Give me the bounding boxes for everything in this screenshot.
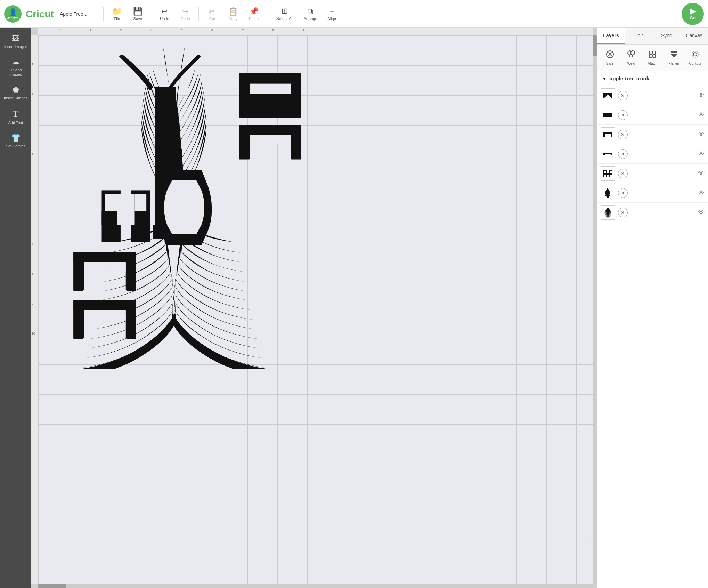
tab-canvas[interactable]: Canvas bbox=[680, 28, 708, 44]
redo-button[interactable]: ↪ Redo bbox=[176, 5, 195, 23]
svg-rect-22 bbox=[73, 252, 83, 291]
attach-tool[interactable]: Attach bbox=[643, 48, 661, 67]
tab-layers[interactable]: Layers bbox=[597, 28, 625, 44]
flatten-tool[interactable]: Flatten bbox=[665, 48, 683, 67]
tab-edit[interactable]: Edit bbox=[625, 28, 653, 44]
layer-visibility-4[interactable]: 👁 bbox=[698, 150, 705, 158]
layer-delete-1[interactable]: ✕ bbox=[618, 91, 628, 100]
contour-tool[interactable]: Contour bbox=[686, 48, 704, 67]
weld-tool[interactable]: Weld bbox=[622, 48, 640, 67]
svg-rect-37 bbox=[649, 55, 652, 57]
sidebar-item-upload-images[interactable]: ☁ Upload Images bbox=[1, 54, 30, 80]
sidebar-item-insert-shapes[interactable]: ⬟ Insert Shapes bbox=[1, 82, 30, 104]
layer-thumbnail-2 bbox=[601, 108, 615, 122]
left-sidebar: 🖼 Insert Images ☁ Upload Images ⬟ Insert… bbox=[0, 28, 31, 588]
select-all-button[interactable]: ⊞ Select All bbox=[271, 5, 299, 23]
layer-delete-6[interactable]: ✕ bbox=[618, 188, 628, 198]
arrange-label: Arrange bbox=[303, 17, 317, 21]
svg-marker-41 bbox=[672, 55, 676, 58]
file-button[interactable]: 📁 File bbox=[107, 5, 127, 23]
layer-delete-3[interactable]: ✕ bbox=[618, 130, 628, 139]
svg-rect-40 bbox=[671, 54, 677, 55]
user-name: Jennifer bbox=[7, 16, 18, 20]
copy-button[interactable]: 📋 Copy bbox=[223, 5, 243, 23]
layer-row[interactable]: ✕ 👁 bbox=[597, 105, 708, 125]
paste-label: Paste bbox=[249, 17, 259, 21]
layer-visibility-5[interactable]: 👁 bbox=[698, 170, 705, 177]
canvas-area[interactable]: 1 2 3 4 5 6 7 8 9 1 2 3 4 5 6 7 8 9 10 bbox=[31, 28, 597, 588]
user-avatar[interactable]: 👤 Jennifer bbox=[4, 5, 22, 23]
layer-visibility-3[interactable]: 👁 bbox=[698, 131, 705, 138]
svg-rect-52 bbox=[603, 153, 605, 155]
svg-rect-61 bbox=[610, 175, 612, 177]
layer-row[interactable]: ✕ 👁 bbox=[597, 144, 708, 164]
sidebar-item-insert-images[interactable]: 🖼 Insert Images bbox=[1, 31, 30, 53]
align-button[interactable]: ≡ Align bbox=[322, 5, 342, 23]
flatten-icon bbox=[670, 50, 678, 61]
design-content bbox=[42, 39, 327, 369]
cut-button[interactable]: ✂ Cut bbox=[202, 5, 222, 23]
topbar: 👤 Jennifer Cricut Apple Tree... 📁 File 💾… bbox=[0, 0, 708, 28]
svg-rect-23 bbox=[127, 252, 136, 291]
sidebar-item-add-text[interactable]: T Add Text bbox=[1, 105, 30, 129]
layer-delete-4[interactable]: ✕ bbox=[618, 149, 628, 159]
ruler-top: 1 2 3 4 5 6 7 8 9 bbox=[38, 28, 593, 35]
upload-images-icon: ☁ bbox=[12, 57, 19, 66]
layer-delete-7[interactable]: ✕ bbox=[618, 208, 628, 217]
chevron-down-icon: ▼ bbox=[602, 76, 607, 81]
scrollbar-thumb-vertical[interactable] bbox=[593, 35, 597, 56]
ruler-mark-3: 3 bbox=[120, 29, 122, 32]
scrollbar-vertical[interactable] bbox=[593, 35, 597, 584]
sidebar-item-set-canvas[interactable]: 👕 Set Canvas bbox=[1, 130, 30, 152]
tool-row: Slice Weld Attach Flatten bbox=[597, 45, 708, 71]
save-button[interactable]: 💾 Save bbox=[128, 5, 147, 23]
layer-row[interactable]: ✕ 👁 bbox=[597, 86, 708, 105]
ruler-mark-4: 4 bbox=[150, 29, 152, 32]
svg-rect-53 bbox=[611, 153, 612, 155]
layer-row[interactable]: ✕ 👁 bbox=[597, 203, 708, 222]
layer-delete-5[interactable]: ✕ bbox=[618, 169, 628, 178]
svg-rect-58 bbox=[604, 171, 606, 173]
scrollbar-thumb-horizontal[interactable] bbox=[38, 584, 66, 588]
separator-3 bbox=[198, 7, 199, 21]
slice-tool[interactable]: Slice bbox=[601, 48, 619, 67]
go-label: Go bbox=[690, 15, 696, 21]
undo-button[interactable]: ↩ Undo bbox=[155, 5, 174, 23]
ruler-mark-9: 9 bbox=[303, 29, 304, 32]
ruler-mark-v-9: 9 bbox=[32, 302, 33, 305]
layer-row[interactable]: ✕ 👁 bbox=[597, 125, 708, 144]
arrange-icon: ⧉ bbox=[308, 7, 313, 16]
layer-row[interactable]: ✕ 👁 bbox=[597, 164, 708, 183]
ruler-mark-v-5: 5 bbox=[32, 182, 33, 186]
svg-rect-36 bbox=[653, 51, 656, 54]
ruler-mark-7: 7 bbox=[242, 29, 244, 32]
scrollbar-horizontal[interactable] bbox=[38, 584, 593, 588]
svg-rect-24 bbox=[84, 262, 126, 272]
svg-rect-60 bbox=[604, 175, 606, 177]
more-options-button[interactable]: ⋮ bbox=[584, 539, 592, 546]
layer-visibility-6[interactable]: 👁 bbox=[698, 189, 705, 196]
paste-icon: 📌 bbox=[249, 7, 259, 16]
layer-visibility-2[interactable]: 👁 bbox=[698, 111, 705, 119]
svg-point-42 bbox=[692, 51, 698, 57]
tab-sync[interactable]: Sync bbox=[653, 28, 681, 44]
ruler-mark-v-4: 4 bbox=[32, 152, 33, 156]
ruler-mark-v-6: 6 bbox=[32, 212, 33, 216]
arrange-button[interactable]: ⧉ Arrange bbox=[300, 5, 320, 23]
panel-tabs: Layers Edit Sync Canvas bbox=[597, 28, 708, 45]
sidebar-item-insert-images-label: Insert Images bbox=[4, 45, 27, 49]
canvas-background[interactable] bbox=[38, 35, 593, 584]
layer-visibility-7[interactable]: 👁 bbox=[698, 209, 705, 216]
layer-visibility-1[interactable]: 👁 bbox=[698, 92, 705, 99]
ruler-mark-v-2: 2 bbox=[32, 92, 33, 96]
layers-group-header[interactable]: ▼ apple-tree-trunk bbox=[597, 71, 708, 86]
paste-button[interactable]: 📌 Paste bbox=[244, 5, 263, 23]
go-button[interactable]: ▶ Go bbox=[682, 3, 704, 25]
go-icon: ▶ bbox=[690, 7, 695, 15]
insert-shapes-icon: ⬟ bbox=[13, 86, 19, 95]
layer-delete-2[interactable]: ✕ bbox=[618, 110, 628, 120]
svg-rect-27 bbox=[127, 300, 136, 339]
select-all-label: Select All bbox=[276, 16, 293, 21]
layer-row[interactable]: ✕ 👁 bbox=[597, 183, 708, 203]
ruler-mark-v-1: 1 bbox=[32, 63, 33, 66]
